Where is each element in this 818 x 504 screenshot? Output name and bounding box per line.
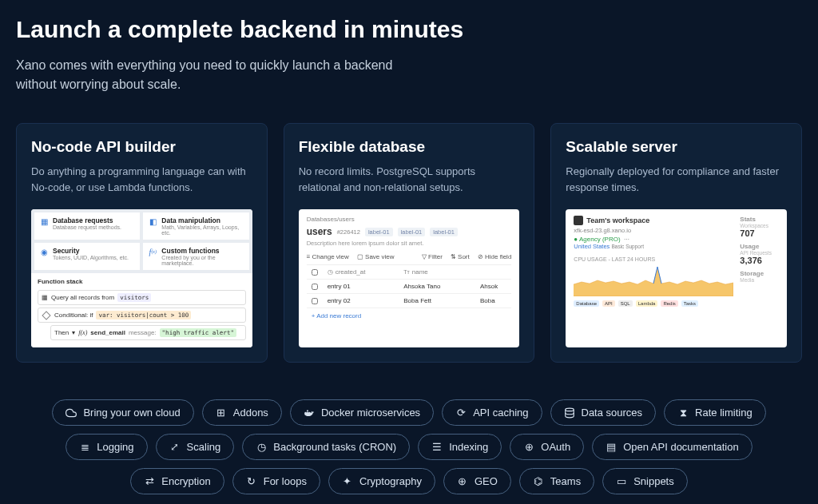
feature-pill-label: OAuth xyxy=(541,441,570,453)
feature-pill-addons[interactable]: ⊞Addons xyxy=(202,399,282,426)
snippets-icon: ▭ xyxy=(616,476,627,487)
feature-pill-encryption[interactable]: ⇄Encryption xyxy=(130,468,224,494)
datasource-icon xyxy=(564,407,575,419)
feature-pill-label: Background tasks (CRON) xyxy=(273,441,396,453)
indexing-icon: ☰ xyxy=(431,442,443,453)
feature-pill-label: Docker microservices xyxy=(321,407,420,419)
region-label: United States Basic Support xyxy=(574,243,733,250)
feature-pill-cache[interactable]: ⟳API caching xyxy=(442,399,542,426)
function-icon: f(x) xyxy=(148,247,157,256)
card-title: Flexible database xyxy=(299,138,520,156)
table-row: entry 01 Ahsoka Tano Ahsok xyxy=(307,280,512,294)
feature-pill-label: Open API documentation xyxy=(623,441,739,453)
server-preview: Team's workspace xfk-esd-23.g8.xano.io ●… xyxy=(566,209,787,347)
feature-cards: No-code API builder Do anything a progra… xyxy=(16,123,802,363)
card-desc: Regionally deployed for compliance and f… xyxy=(566,164,787,195)
feature-pill-label: For loops xyxy=(264,475,307,487)
ratelimit-icon: ⧗ xyxy=(677,407,689,419)
feature-pill-logging[interactable]: ≣Logging xyxy=(66,434,147,460)
shield-icon: ◉ xyxy=(39,247,49,256)
crypto-icon: ✦ xyxy=(342,476,353,487)
docker-icon xyxy=(304,407,315,419)
sort-button: ⇅ Sort xyxy=(451,253,470,260)
encryption-icon: ⇄ xyxy=(144,476,155,487)
logging-icon: ≣ xyxy=(79,442,90,453)
feature-pill-label: Rate limiting xyxy=(695,407,752,419)
geo-icon: ⊕ xyxy=(457,476,468,487)
oauth-icon: ⊕ xyxy=(523,442,534,453)
feature-pill-docker[interactable]: Docker microservices xyxy=(290,399,434,426)
cache-icon: ⟳ xyxy=(455,407,467,419)
feature-pill-indexing[interactable]: ☰Indexing xyxy=(418,434,502,460)
feature-pill-geo[interactable]: ⊕GEO xyxy=(443,468,511,494)
text-icon: Tт xyxy=(403,269,409,275)
feature-pill-forloops[interactable]: ↻For loops xyxy=(232,468,320,494)
feature-pill-label: Teams xyxy=(550,475,581,487)
chart-title: CPU USAGE - LAST 24 HOURS xyxy=(574,256,733,262)
table-header: ◷created_at Tт name xyxy=(307,265,512,280)
card-title: Scalable server xyxy=(566,138,787,156)
api-tile-security: ◉ Security Tokens, UUID, Algorithms, etc… xyxy=(34,243,140,270)
page-subtitle: Xano comes with everything you need to q… xyxy=(16,56,431,94)
change-view-button: ≡ Change view xyxy=(307,253,349,260)
breadcrumb: Databases/users xyxy=(307,216,512,223)
scaling-icon: ⤢ xyxy=(169,442,181,453)
feature-pill-label: Snippets xyxy=(633,475,674,487)
row-checkbox xyxy=(312,298,318,304)
feature-pill-crypto[interactable]: ✦Cryptography xyxy=(328,468,435,494)
cron-icon: ◷ xyxy=(256,442,267,453)
feature-pill-ratelimit[interactable]: ⧗Rate limiting xyxy=(664,399,766,426)
feature-pill-datasource[interactable]: Data sources xyxy=(550,399,657,426)
card-scalable-server: Scalable server Regionally deployed for … xyxy=(550,123,802,363)
api-tile-database-requests: ▦ Database requests Database request met… xyxy=(34,212,140,240)
feature-pill-teams[interactable]: ⌬Teams xyxy=(519,468,594,494)
data-icon: ◧ xyxy=(148,216,157,226)
row-checkbox xyxy=(312,284,318,290)
feature-pill-label: Indexing xyxy=(449,441,488,453)
select-all-checkbox xyxy=(312,269,318,276)
feature-pill-label: Scaling xyxy=(187,441,221,453)
workspace-icon xyxy=(574,216,583,225)
function-stack: Function stack ▦ Query all records from … xyxy=(31,273,252,347)
feature-pill-label: Encryption xyxy=(161,475,210,487)
feature-pill-oauth[interactable]: ⊕OAuth xyxy=(510,434,584,460)
feature-pill-label: API caching xyxy=(473,407,528,419)
svg-point-4 xyxy=(565,408,574,411)
addons-icon: ⊞ xyxy=(216,407,227,419)
api-builder-preview: ▦ Database requests Database request met… xyxy=(31,209,252,347)
feature-pill-label: GEO xyxy=(475,475,498,487)
table-label: label-01 xyxy=(365,228,393,236)
chart-legend: Database API SQL Lambda Redis Tasks xyxy=(574,300,733,307)
card-desc: No record limits. PostgreSQL supports re… xyxy=(299,164,520,195)
card-flexible-database: Flexible database No record limits. Post… xyxy=(284,123,535,363)
card-api-builder: No-code API builder Do anything a progra… xyxy=(16,123,268,363)
table-id: #226412 xyxy=(337,228,360,236)
feature-pill-scaling[interactable]: ⤢Scaling xyxy=(156,434,235,460)
svg-rect-3 xyxy=(307,410,308,411)
save-view-button: ▢ Save view xyxy=(357,253,395,260)
feature-pill-label: Addons xyxy=(233,407,268,419)
plan-badge: ● Agency (PRO)⋯ xyxy=(574,236,733,243)
table-name: users xyxy=(307,226,332,237)
hide-field-button: ⊘ Hide field xyxy=(478,253,512,260)
workspace-url: xfk-esd-23.g8.xano.io xyxy=(574,227,733,234)
feature-pill-cloud[interactable]: Bring your own cloud xyxy=(52,399,193,426)
workspace-name: Team's workspace xyxy=(574,216,733,225)
table-toolbar: ≡ Change view ▢ Save view ▽ Filter ⇅ Sor… xyxy=(307,253,512,265)
feature-pill-openapi[interactable]: ▤Open API documentation xyxy=(592,434,752,460)
database-icon: ▦ xyxy=(39,216,49,226)
cpu-usage-chart xyxy=(574,264,733,296)
teams-icon: ⌬ xyxy=(533,476,544,487)
feature-pill-label: Bring your own cloud xyxy=(83,407,180,419)
clock-icon: ◷ xyxy=(328,268,333,276)
feature-pill-snippets[interactable]: ▭Snippets xyxy=(602,468,688,494)
feature-pill-cron[interactable]: ◷Background tasks (CRON) xyxy=(242,434,410,460)
feature-pill-label: Logging xyxy=(97,441,133,453)
forloops-icon: ↻ xyxy=(246,476,257,487)
feature-pills: Bring your own cloud⊞AddonsDocker micros… xyxy=(16,399,802,494)
table-label: label-01 xyxy=(430,228,458,236)
table-desc: Description here lorem ipsum dolor sit a… xyxy=(307,240,512,247)
conditional-icon xyxy=(42,311,50,319)
table-row: entry 02 Boba Fett Boba xyxy=(307,294,512,308)
feature-pill-label: Data sources xyxy=(582,407,643,419)
